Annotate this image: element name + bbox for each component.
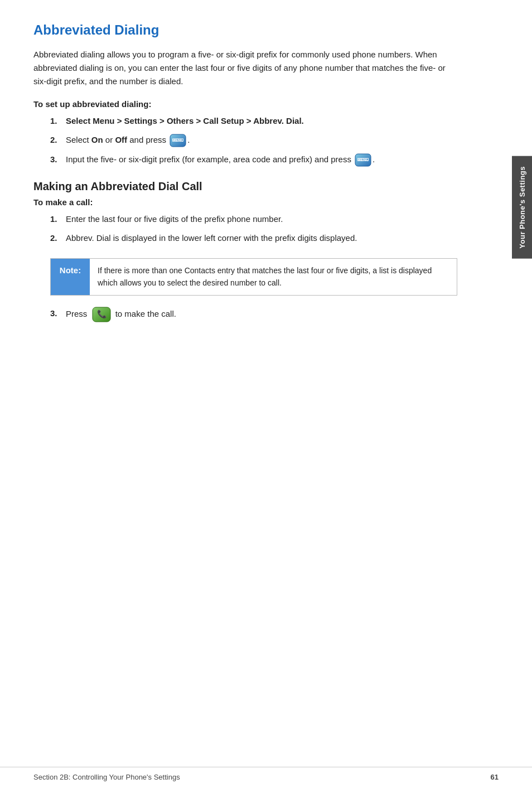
note-box: Note: If there is more than one Contacts…	[50, 258, 457, 296]
main-content: Abbreviated Dialing Abbreviated dialing …	[0, 0, 502, 798]
setup-heading: To set up abbreviated dialing:	[33, 99, 457, 109]
intro-paragraph: Abbreviated dialing allows you to progra…	[33, 48, 457, 88]
to-make-call-text: to make the call.	[115, 309, 176, 318]
call-step-2: 2. Abbrev. Dial is displayed in the lowe…	[50, 231, 457, 245]
footer-page-number: 61	[491, 773, 499, 781]
call-step-1: 1. Enter the last four or five digits of…	[50, 212, 457, 226]
call-step1-num: 1.	[50, 212, 66, 226]
step2-off: Off	[115, 135, 127, 144]
call-step1-content: Enter the last four or five digits of th…	[66, 212, 457, 226]
step3-content: Input the five- or six-digit prefix (for…	[66, 153, 457, 167]
page-wrapper: Your Phone's Settings Abbreviated Dialin…	[0, 0, 532, 798]
call-step2-content: Abbrev. Dial is displayed in the lower l…	[66, 231, 457, 245]
menu-button-icon-3: MENU	[355, 153, 371, 167]
step3-num: 3.	[50, 153, 66, 166]
side-tab-text: Your Phone's Settings	[518, 166, 526, 249]
footer-section-text: Section 2B: Controlling Your Phone's Set…	[33, 773, 180, 781]
step2-on: On	[91, 135, 103, 144]
side-tab: Your Phone's Settings	[512, 156, 532, 259]
step1-content: Select Menu > Settings > Others > Call S…	[66, 114, 457, 128]
note-label: Note:	[51, 259, 90, 295]
final-step3-num: 3.	[50, 307, 66, 320]
step2-num: 2.	[50, 133, 66, 147]
setup-step-3: 3. Input the five- or six-digit prefix (…	[50, 153, 457, 167]
setup-step-2: 2. Select On or Off and press	[50, 133, 457, 147]
menu-button-icon-2: MENU	[170, 134, 186, 147]
final-step3-content: Press 📞	[66, 307, 457, 322]
call-step2-num: 2.	[50, 231, 66, 245]
final-step-list: 3. Press	[33, 307, 457, 322]
call-steps-list: 1. Enter the last four or five digits of…	[33, 212, 457, 245]
step2-content: Select On or Off and press MENU	[66, 133, 457, 147]
press-text: Press	[66, 309, 87, 318]
svg-text:📞: 📞	[96, 309, 107, 319]
making-heading: Making an Abbreviated Dial Call	[33, 180, 457, 193]
step1-num: 1.	[50, 114, 66, 128]
setup-step-1: 1. Select Menu > Settings > Others > Cal…	[50, 114, 457, 128]
call-heading: To make a call:	[33, 197, 457, 207]
page-title: Abbreviated Dialing	[33, 22, 457, 38]
note-content: If there is more than one Contacts entry…	[90, 259, 457, 295]
footer: Section 2B: Controlling Your Phone's Set…	[0, 767, 532, 781]
call-button-icon: 📞	[92, 307, 111, 322]
final-step-3: 3. Press	[50, 307, 457, 322]
setup-steps-list: 1. Select Menu > Settings > Others > Cal…	[33, 114, 457, 167]
